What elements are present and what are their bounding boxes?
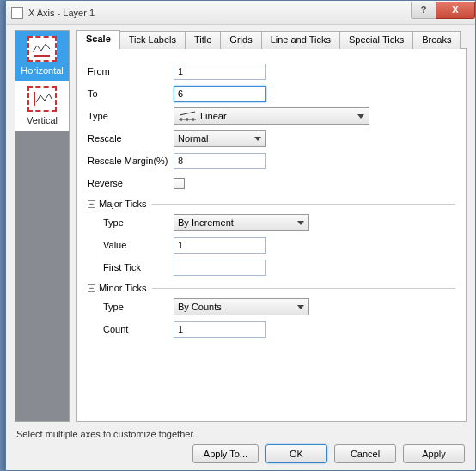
reverse-label: Reverse	[88, 178, 174, 188]
major-value-input[interactable]	[174, 237, 266, 254]
type-dropdown[interactable]: Linear	[174, 107, 369, 125]
chevron-down-icon	[357, 114, 364, 119]
chevron-down-icon	[297, 305, 304, 309]
rescale-label: Rescale	[88, 133, 174, 144]
apply-to-button[interactable]: Apply To...	[192, 444, 259, 463]
to-input[interactable]	[174, 86, 266, 102]
sidebar-item-label: Horizontal	[21, 65, 64, 76]
sidebar-item-label: Vertical	[27, 115, 58, 125]
tab-breaks[interactable]: Breaks	[412, 31, 461, 49]
major-ticks-group: − Major Ticks	[88, 199, 455, 209]
margin-input[interactable]	[174, 153, 266, 169]
help-button[interactable]: ?	[411, 2, 436, 19]
type-label: Type	[88, 111, 174, 121]
dialog-body: Horizontal Vertical Scale Tick Labels Ti…	[6, 25, 475, 470]
app-icon	[11, 7, 23, 19]
collapse-toggle[interactable]: −	[88, 284, 95, 292]
svg-line-6	[180, 112, 195, 115]
help-icon: ?	[421, 4, 427, 15]
from-label: From	[88, 66, 174, 76]
rescale-value: Normal	[178, 133, 208, 144]
dialog-buttons: Apply To... OK Cancel Apply	[192, 444, 465, 463]
chevron-down-icon	[297, 221, 304, 225]
window-title: X Axis - Layer 1	[28, 8, 412, 18]
major-value-label: Value	[103, 240, 174, 250]
vertical-axis-icon	[27, 86, 57, 112]
first-tick-label: First Tick	[103, 262, 174, 272]
tab-special-ticks[interactable]: Special Ticks	[339, 31, 413, 49]
first-tick-input[interactable]	[174, 260, 266, 276]
sidebar-item-horizontal[interactable]: Horizontal	[15, 31, 69, 81]
tab-bar: Scale Tick Labels Title Grids Line and T…	[76, 30, 467, 49]
minor-count-input[interactable]	[174, 321, 266, 338]
group-divider	[152, 204, 455, 205]
minor-type-label: Type	[103, 302, 174, 312]
titlebar[interactable]: X Axis - Layer 1 ? X	[6, 1, 475, 25]
close-button[interactable]: X	[436, 2, 475, 19]
to-label: To	[88, 89, 174, 99]
main-panel: Scale Tick Labels Title Grids Line and T…	[76, 30, 467, 422]
dialog-window: X Axis - Layer 1 ? X Horizontal Vertical	[5, 0, 476, 471]
collapse-toggle[interactable]: −	[88, 200, 95, 208]
scale-panel: From To Type Linear	[76, 49, 467, 422]
group-divider	[152, 288, 455, 289]
from-input[interactable]	[174, 64, 266, 80]
tab-tick-labels[interactable]: Tick Labels	[119, 31, 186, 49]
footer-message: Select multiple axes to customize togeth…	[16, 429, 196, 439]
sidebar-item-vertical[interactable]: Vertical	[15, 81, 69, 131]
rescale-dropdown[interactable]: Normal	[174, 130, 266, 147]
axis-sidebar: Horizontal Vertical	[15, 30, 70, 422]
horizontal-axis-icon	[27, 36, 57, 62]
ok-button[interactable]: OK	[265, 444, 327, 463]
margin-label: Rescale Margin(%)	[88, 156, 174, 166]
chevron-down-icon	[254, 137, 261, 141]
tab-line-and-ticks[interactable]: Line and Ticks	[261, 31, 340, 49]
close-icon: X	[452, 4, 458, 15]
tab-scale[interactable]: Scale	[76, 30, 120, 49]
apply-button[interactable]: Apply	[403, 444, 465, 463]
tab-title[interactable]: Title	[185, 31, 221, 49]
type-value: Linear	[200, 111, 227, 121]
major-ticks-title: Major Ticks	[99, 199, 147, 209]
minor-ticks-title: Minor Ticks	[99, 283, 147, 293]
major-type-value: By Increment	[178, 217, 234, 228]
minor-count-label: Count	[103, 324, 174, 334]
major-type-label: Type	[103, 217, 174, 228]
tab-grids[interactable]: Grids	[220, 31, 261, 49]
minor-type-value: By Counts	[178, 302, 222, 312]
linear-scale-icon	[178, 110, 197, 122]
cancel-button[interactable]: Cancel	[334, 444, 396, 463]
reverse-checkbox[interactable]	[174, 178, 185, 189]
minor-type-dropdown[interactable]: By Counts	[174, 298, 309, 315]
minor-ticks-group: − Minor Ticks	[88, 283, 455, 293]
major-type-dropdown[interactable]: By Increment	[174, 214, 309, 231]
